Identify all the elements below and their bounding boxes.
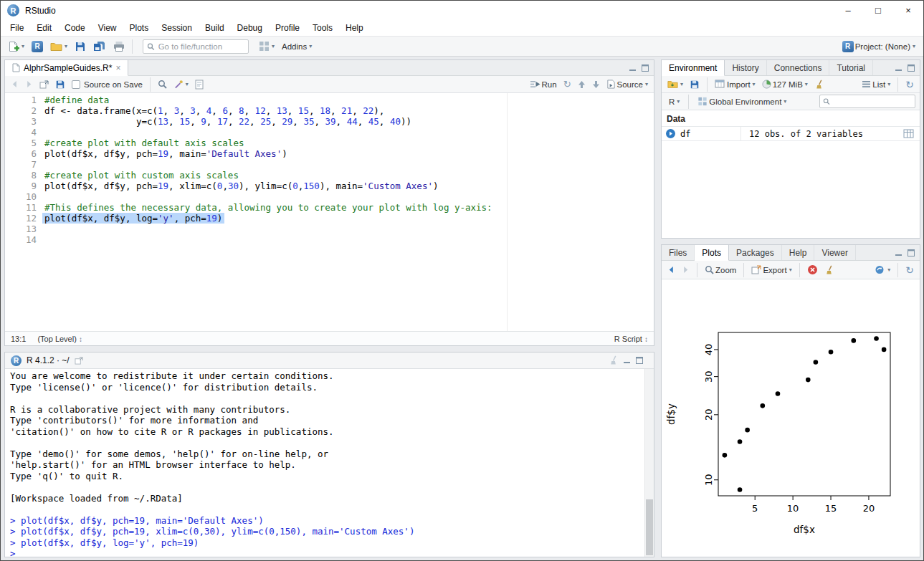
- pane-layout-button[interactable]: ▾: [256, 38, 277, 55]
- tab-help[interactable]: Help: [782, 245, 815, 260]
- menu-file[interactable]: File: [4, 21, 30, 35]
- source-button[interactable]: Source ▾: [604, 77, 650, 92]
- addins-button[interactable]: Addins ▾: [279, 38, 315, 55]
- export-button[interactable]: Export ▾: [749, 263, 794, 277]
- prev-section-button[interactable]: [576, 77, 588, 92]
- nav-back-button[interactable]: [9, 77, 21, 92]
- environment-selector[interactable]: Global Environment ▾: [695, 93, 789, 110]
- code-line[interactable]: #create plot with custom axis scales: [44, 170, 654, 181]
- goto-file-search[interactable]: [143, 39, 249, 54]
- load-workspace-button[interactable]: ▾: [665, 77, 685, 92]
- broom-icon[interactable]: [609, 355, 619, 365]
- next-section-button[interactable]: [590, 77, 602, 92]
- code-line[interactable]: [44, 191, 654, 202]
- code-line[interactable]: #create plot with default axis scales: [44, 138, 654, 148]
- pane-maximize-icon[interactable]: [908, 64, 915, 72]
- tab-tutorial[interactable]: Tutorial: [829, 60, 873, 75]
- project-menu-button[interactable]: R Project: (None) ▾: [839, 38, 918, 55]
- menu-tools[interactable]: Tools: [306, 21, 339, 35]
- menu-debug[interactable]: Debug: [231, 21, 269, 35]
- popout-button[interactable]: [37, 77, 51, 92]
- goto-file-input[interactable]: [158, 42, 244, 51]
- memory-usage-button[interactable]: 127 MiB ▾: [760, 77, 810, 92]
- next-plot-button[interactable]: [680, 263, 692, 277]
- rerun-button[interactable]: ↻: [561, 77, 573, 92]
- source-on-save-toggle[interactable]: Source on Save: [70, 77, 145, 92]
- console-scrollbar[interactable]: [644, 369, 654, 557]
- pane-minimize-icon[interactable]: [895, 64, 902, 72]
- minimize-button[interactable]: –: [833, 1, 863, 20]
- nav-forward-button[interactable]: [23, 77, 35, 92]
- code-editor[interactable]: 1234567891011121314 #define datadf <- da…: [5, 93, 654, 331]
- menu-plots[interactable]: Plots: [123, 21, 156, 35]
- code-line[interactable]: plot(df$x, df$y, pch=19, xlim=c(0,30), y…: [44, 181, 654, 191]
- clear-objects-button[interactable]: [812, 77, 827, 92]
- code-line[interactable]: plot(df$x, df$y, pch=19, main='Default A…: [44, 148, 654, 159]
- import-dataset-button[interactable]: Import ▾: [713, 77, 758, 92]
- pane-minimize-icon[interactable]: [624, 357, 631, 364]
- open-file-button[interactable]: ▾: [47, 38, 70, 55]
- tab-packages[interactable]: Packages: [729, 245, 782, 260]
- code-line[interactable]: plot(df$x, df$y, log='y', pch=19): [44, 213, 654, 224]
- code-line[interactable]: y=c(13, 15, 9, 17, 22, 25, 29, 35, 39, 4…: [44, 116, 654, 127]
- expand-object-icon[interactable]: [666, 129, 675, 138]
- compile-report-button[interactable]: [193, 77, 206, 92]
- tab-history[interactable]: History: [725, 60, 766, 75]
- code-line[interactable]: df <- data.frame(x=c(1, 3, 3, 4, 6, 8, 1…: [44, 105, 654, 116]
- save-button[interactable]: [72, 38, 89, 55]
- pane-maximize-icon[interactable]: [636, 357, 643, 364]
- previous-plot-button[interactable]: [665, 263, 677, 277]
- menu-code[interactable]: Code: [58, 21, 92, 35]
- environment-search-box[interactable]: [819, 95, 915, 108]
- console-output[interactable]: You are welcome to redistribute it under…: [5, 369, 644, 557]
- language-selector[interactable]: R ▾: [666, 93, 682, 110]
- menu-view[interactable]: View: [92, 21, 123, 35]
- maximize-button[interactable]: □: [863, 1, 893, 20]
- tab-viewer[interactable]: Viewer: [814, 245, 855, 260]
- editor-code[interactable]: #define datadf <- data.frame(x=c(1, 3, 3…: [44, 95, 654, 245]
- pane-minimize-icon[interactable]: [629, 64, 637, 72]
- publish-button[interactable]: ▾: [872, 263, 892, 277]
- remove-plot-button[interactable]: [805, 263, 820, 277]
- tab-connections[interactable]: Connections: [767, 60, 830, 75]
- new-file-button[interactable]: ▾: [6, 38, 27, 55]
- menu-profile[interactable]: Profile: [269, 21, 306, 35]
- clear-plots-button[interactable]: [822, 263, 837, 277]
- tab-plots[interactable]: Plots: [695, 245, 729, 261]
- new-project-button[interactable]: R: [29, 38, 46, 55]
- refresh-button[interactable]: ↻: [903, 77, 916, 92]
- menu-edit[interactable]: Edit: [30, 21, 58, 35]
- code-line[interactable]: #define data: [44, 95, 654, 105]
- refresh-plot-button[interactable]: ↻: [903, 263, 916, 277]
- environment-search-input[interactable]: [833, 97, 912, 106]
- scope-selector[interactable]: (Top Level) ↕: [37, 335, 82, 343]
- find-replace-button[interactable]: [156, 77, 169, 92]
- menu-help[interactable]: Help: [339, 21, 370, 35]
- scrollbar-thumb[interactable]: [646, 499, 653, 555]
- save-all-button[interactable]: [90, 38, 109, 55]
- code-line[interactable]: [44, 224, 654, 234]
- menu-build[interactable]: Build: [199, 21, 231, 35]
- code-tools-button[interactable]: ▾: [171, 77, 191, 92]
- code-line[interactable]: [44, 127, 654, 138]
- pane-maximize-icon[interactable]: [642, 64, 649, 72]
- tab-close-icon[interactable]: ×: [115, 64, 120, 72]
- code-line[interactable]: #This defines the necessary data, allowi…: [44, 202, 654, 213]
- file-type-selector[interactable]: R Script ↕: [614, 335, 648, 343]
- code-line[interactable]: [44, 159, 654, 170]
- code-line[interactable]: [44, 234, 654, 245]
- pane-minimize-icon[interactable]: [895, 249, 902, 256]
- run-button[interactable]: Run: [528, 77, 559, 92]
- save-file-button[interactable]: [53, 77, 67, 92]
- view-data-button[interactable]: [903, 129, 920, 138]
- tab-files[interactable]: Files: [662, 245, 695, 260]
- popout-icon[interactable]: [75, 357, 83, 365]
- object-row-df[interactable]: df 12 obs. of 2 variables: [662, 126, 920, 141]
- tab-source-file[interactable]: AlphrSampleGuides.R* ×: [5, 60, 128, 76]
- checkbox-icon[interactable]: [72, 80, 80, 89]
- pane-maximize-icon[interactable]: [908, 249, 915, 256]
- menu-session[interactable]: Session: [155, 21, 199, 35]
- zoom-button[interactable]: Zoom: [702, 263, 738, 277]
- close-button[interactable]: ×: [893, 1, 923, 20]
- list-view-button[interactable]: List ▾: [859, 77, 892, 92]
